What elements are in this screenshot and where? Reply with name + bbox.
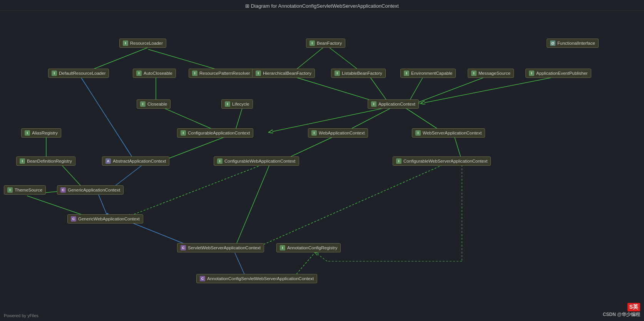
node-GenericWebApplicationContext[interactable]: C GenericWebApplicationContext <box>67 214 143 224</box>
node-label: AutoCloseable <box>144 71 172 76</box>
svg-line-24 <box>235 165 269 248</box>
node-AbstractApplicationContext[interactable]: A AbstractApplicationContext <box>102 156 169 166</box>
node-DefaultResourceLoader[interactable]: I DefaultResourceLoader <box>48 69 109 78</box>
node-label: BeanFactory <box>317 41 342 45</box>
node-label: WebApplicationContext <box>319 131 365 135</box>
node-label: ThemeSource <box>15 188 42 192</box>
connections-svg <box>0 11 644 320</box>
watermark: S英 <box>627 303 640 311</box>
diagram-area: I ResourceLoader I BeanFactory @ Functio… <box>0 11 644 320</box>
node-label: ConfigurableWebApplicationContext <box>224 159 296 163</box>
node-label: HierarchicalBeanFactory <box>263 71 311 76</box>
interface-icon: I <box>192 71 197 76</box>
node-label: ConfigurableWebServerApplicationContext <box>403 159 487 163</box>
svg-line-27 <box>27 196 89 217</box>
node-WebApplicationContext[interactable]: I WebApplicationContext <box>308 128 368 138</box>
node-Closeable[interactable]: I Closeable <box>137 99 171 109</box>
node-ServletWebServerApplicationContext[interactable]: C ServletWebServerApplicationContext <box>177 243 264 252</box>
node-ResourcePatternResolver[interactable]: I ResourcePatternResolver <box>189 69 254 78</box>
node-label: WebServerApplicationContext <box>423 131 482 135</box>
node-label: Lifecycle <box>232 102 249 106</box>
node-HierarchicalBeanFactory[interactable]: I HierarchicalBeanFactory <box>252 69 315 78</box>
class-icon: C <box>200 276 205 281</box>
interface-icon: I <box>396 158 401 164</box>
svg-line-26 <box>98 194 108 217</box>
interface-icon: I <box>181 130 186 136</box>
node-label: ServletWebServerApplicationContext <box>188 245 261 250</box>
node-EnvironmentCapable[interactable]: I EnvironmentCapable <box>400 69 456 78</box>
node-AliasRegistry[interactable]: I AliasRegistry <box>21 128 61 138</box>
node-label: ResourceLoader <box>130 41 163 45</box>
footer-right: CSDN @华少编程 <box>603 311 640 318</box>
node-ConfigurableApplicationContext[interactable]: I ConfigurableApplicationContext <box>177 128 253 138</box>
interface-icon: I <box>371 101 376 107</box>
node-ListableBeanFactory[interactable]: I ListableBeanFactory <box>331 69 386 78</box>
interface-icon: I <box>404 71 409 76</box>
node-label: GenericWebApplicationContext <box>78 217 140 221</box>
interface-icon: I <box>471 71 477 76</box>
diagram-title: ⊞ Diagram for AnnotationConfigServletWeb… <box>0 0 644 11</box>
abstract-icon: A <box>105 158 111 164</box>
interface-icon: I <box>52 71 57 76</box>
node-label: ApplicationEventPublisher <box>536 71 588 76</box>
node-ResourceLoader[interactable]: I ResourceLoader <box>119 39 166 48</box>
node-label: ListableBeanFactory <box>342 71 382 76</box>
node-label: AnnotationConfigServletWebServerApplicat… <box>207 276 314 281</box>
node-label: ConfigurableApplicationContext <box>188 131 250 135</box>
node-MessageSource[interactable]: I MessageSource <box>468 69 514 78</box>
interface-icon: I <box>136 71 142 76</box>
interface-icon: I <box>20 158 25 164</box>
node-ConfigurableWebServerApplicationContext[interactable]: I ConfigurableWebServerApplicationContex… <box>393 156 491 166</box>
class-icon: C <box>71 216 76 222</box>
interface-icon: I <box>225 101 230 107</box>
interface-icon: I <box>140 101 146 107</box>
svg-line-12 <box>416 76 487 103</box>
interface-icon: I <box>311 130 317 136</box>
node-AnnotationConfigRegistry[interactable]: I AnnotationConfigRegistry <box>276 243 341 252</box>
watermark-icon: S英 <box>627 303 640 311</box>
node-ConfigurableWebApplicationContext[interactable]: I ConfigurableWebApplicationContext <box>214 156 299 166</box>
node-label: DefaultResourceLoader <box>59 71 105 76</box>
node-label: ResourcePatternResolver <box>199 71 250 76</box>
node-AnnotationConfigServletWebServerApplicationContext[interactable]: C AnnotationConfigServletWebServerApplic… <box>196 274 317 283</box>
annotation-icon: @ <box>550 40 555 46</box>
node-AutoCloseable[interactable]: I AutoCloseable <box>133 69 176 78</box>
interface-icon: I <box>309 40 315 46</box>
node-BeanFactory[interactable]: I BeanFactory <box>306 39 345 48</box>
node-label: ApplicationContext <box>378 102 415 106</box>
svg-line-20 <box>127 165 262 217</box>
interface-icon: I <box>335 71 340 76</box>
node-label: EnvironmentCapable <box>411 71 452 76</box>
class-icon: C <box>60 187 66 193</box>
node-label: MessageSource <box>478 71 510 76</box>
node-label: GenericApplicationContext <box>68 188 120 192</box>
node-ApplicationEventPublisher[interactable]: I ApplicationEventPublisher <box>525 69 591 78</box>
node-label: AbstractApplicationContext <box>113 159 166 163</box>
svg-line-5 <box>81 77 135 161</box>
node-label: AnnotationConfigRegistry <box>287 245 337 250</box>
footer-left: Powered by yFiles <box>4 313 38 318</box>
svg-line-13 <box>422 76 558 103</box>
svg-line-21 <box>256 165 443 248</box>
node-label: Closeable <box>147 102 167 106</box>
node-FunctionalInterface[interactable]: @ FunctionalInterface <box>547 39 599 48</box>
interface-icon: I <box>415 130 421 136</box>
node-Lifecycle[interactable]: I Lifecycle <box>221 99 253 109</box>
node-label: AliasRegistry <box>32 131 58 135</box>
node-BeanDefinitionRegistry[interactable]: I BeanDefinitionRegistry <box>16 156 75 166</box>
class-icon: C <box>181 245 186 250</box>
interface-icon: I <box>7 187 13 193</box>
node-ApplicationContext[interactable]: I ApplicationContext <box>368 99 419 109</box>
interface-icon: I <box>280 245 285 250</box>
interface-icon: I <box>529 71 534 76</box>
svg-line-33 <box>316 253 327 261</box>
node-label: BeanDefinitionRegistry <box>27 159 72 163</box>
interface-icon: I <box>217 158 222 164</box>
node-GenericApplicationContext[interactable]: C GenericApplicationContext <box>57 185 124 195</box>
node-label: FunctionalInterface <box>557 41 595 45</box>
interface-icon: I <box>256 71 261 76</box>
interface-icon: I <box>25 130 30 136</box>
interface-icon: I <box>123 40 128 46</box>
node-ThemeSource[interactable]: I ThemeSource <box>4 185 46 195</box>
node-WebServerApplicationContext[interactable]: I WebServerApplicationContext <box>412 128 485 138</box>
